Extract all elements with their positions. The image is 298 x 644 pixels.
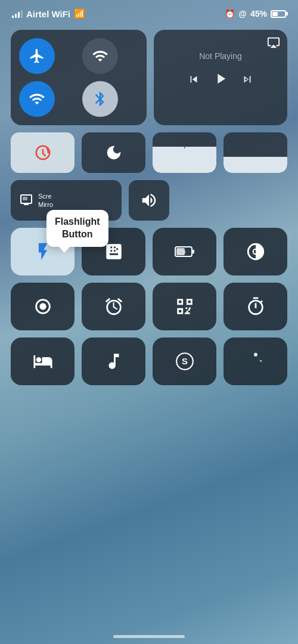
icon-grid-1: FlashlightButton ? — [11, 228, 287, 275]
signal-bars-icon — [12, 10, 23, 18]
timer-icon — [246, 296, 266, 317]
status-right: ⏰ @ 45% — [225, 9, 286, 18]
cellular-icon — [92, 48, 108, 64]
airplane-mode-button[interactable] — [19, 38, 55, 74]
control-center: Not Playing — [0, 24, 298, 391]
home-indicator[interactable] — [113, 635, 185, 638]
location-icon: @ — [238, 9, 247, 18]
media-controls — [187, 70, 254, 91]
screen-record-icon — [33, 296, 53, 317]
svg-point-9 — [39, 303, 46, 309]
utility-row — [11, 132, 287, 173]
not-playing-label: Not Playing — [199, 51, 242, 61]
svg-point-13 — [254, 353, 257, 357]
next-button[interactable] — [241, 73, 254, 89]
grayscale-icon — [246, 242, 266, 262]
moon-icon — [105, 144, 123, 162]
bluetooth-button[interactable] — [82, 81, 118, 117]
play-button[interactable] — [212, 70, 229, 91]
bluetooth-icon — [92, 91, 108, 107]
screen-mirror-icon — [19, 193, 33, 208]
sleep-icon — [33, 351, 53, 371]
sleep-button[interactable] — [11, 338, 74, 385]
battery-case-button[interactable]: ? — [153, 228, 216, 275]
icon-grid-2 — [11, 283, 287, 330]
music-recognition-button[interactable] — [82, 338, 145, 385]
svg-text:?: ? — [184, 250, 186, 255]
airplay-icon[interactable] — [267, 36, 280, 52]
volume-icon — [250, 137, 262, 151]
battery-case-icon: ? — [175, 242, 195, 262]
status-left: Airtel WiFi 📶 — [12, 8, 85, 19]
volume-control-button[interactable] — [129, 180, 169, 221]
carrier-label: Airtel WiFi — [26, 9, 70, 19]
airplane-icon — [29, 48, 45, 64]
screen-mirror-label: ScreMirro — [38, 192, 53, 209]
svg-rect-1 — [23, 197, 27, 200]
accessibility-icon — [246, 351, 266, 371]
grayscale-button[interactable] — [224, 228, 287, 275]
battery-indicator — [271, 10, 286, 18]
wifi-icon: 📶 — [74, 8, 85, 19]
volume-slider[interactable] — [224, 132, 287, 173]
battery-label: 45% — [250, 9, 267, 18]
timer-button[interactable] — [224, 283, 287, 330]
alarm-icon: ⏰ — [225, 9, 235, 18]
connectivity-panel — [11, 30, 147, 125]
previous-button[interactable] — [187, 73, 200, 89]
top-row: Not Playing — [11, 30, 287, 125]
now-playing-panel: Not Playing — [154, 30, 287, 125]
brightness-icon — [179, 137, 191, 151]
cellular-button[interactable] — [82, 38, 118, 74]
wifi-button[interactable] — [19, 81, 55, 117]
alarm-button[interactable] — [82, 283, 145, 330]
qr-scanner-icon — [175, 296, 195, 317]
do-not-disturb-button[interactable] — [82, 132, 145, 173]
icon-grid-3: S — [11, 338, 287, 385]
shazam-icon: S — [175, 351, 195, 371]
shazam-button[interactable]: S — [153, 338, 216, 385]
volume-control-icon — [140, 191, 158, 209]
music-recognition-icon — [104, 351, 124, 371]
screen-record-button[interactable] — [11, 283, 74, 330]
status-bar: Airtel WiFi 📶 ⏰ @ 45% — [0, 0, 298, 24]
screen-lock-icon — [34, 144, 52, 162]
flashlight-tooltip: FlashlightButton — [46, 210, 108, 247]
brightness-slider[interactable] — [153, 132, 216, 173]
svg-rect-4 — [192, 250, 194, 253]
qr-scanner-button[interactable] — [153, 283, 216, 330]
svg-point-10 — [111, 364, 113, 367]
screen-lock-button[interactable] — [11, 132, 74, 173]
wifi-icon — [29, 91, 45, 107]
accessibility-button[interactable] — [224, 338, 287, 385]
svg-text:S: S — [182, 357, 188, 366]
flashlight-wrapper: FlashlightButton — [11, 228, 74, 275]
alarm-icon — [104, 296, 124, 317]
